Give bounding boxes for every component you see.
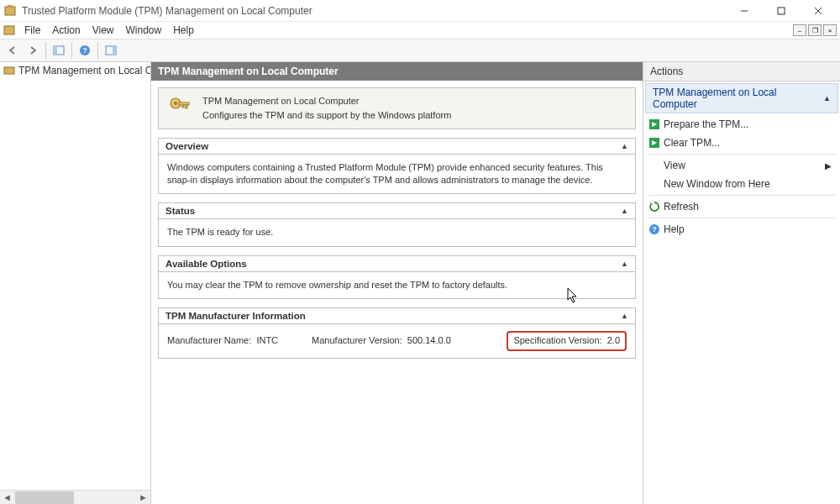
collapse-icon: ▲ — [621, 312, 628, 320]
menu-help[interactable]: Help — [167, 23, 200, 38]
panel-overview-header[interactable]: Overview▲ — [159, 139, 635, 155]
help-icon: ? — [648, 223, 660, 235]
action-prepare-tpm[interactable]: Prepare the TPM... — [643, 115, 840, 134]
submenu-arrow-icon: ▶ — [825, 161, 832, 171]
toolbar-show-hide-action-pane-button[interactable] — [102, 41, 120, 60]
tpm-key-icon — [167, 95, 194, 122]
mdi-minimize-button[interactable]: – — [793, 24, 806, 36]
svg-rect-1 — [8, 5, 13, 8]
collapse-icon: ▲ — [621, 260, 628, 268]
result-pane-header: TPM Management on Local Computer — [151, 62, 643, 81]
tree-node-label: TPM Management on Local Comp — [18, 65, 150, 76]
menu-action[interactable]: Action — [46, 23, 86, 38]
tree-horizontal-scrollbar[interactable]: ◄ ► — [0, 490, 150, 504]
window-maximize-button[interactable] — [763, 0, 800, 22]
svg-rect-8 — [54, 46, 57, 55]
actions-separator — [648, 154, 835, 155]
panel-overview-body: Windows computers containing a Trusted P… — [159, 155, 635, 194]
toolbar-separator — [97, 42, 98, 59]
console-tree-pane: TPM Management on Local Comp ◄ ► — [0, 62, 151, 504]
window-title: Trusted Platform Module (TPM) Management… — [22, 5, 726, 17]
clear-icon — [648, 137, 660, 149]
actions-separator — [648, 218, 835, 218]
app-icon — [3, 4, 17, 18]
menubar: File Action View Window Help – ❐ × — [0, 22, 840, 39]
svg-text:?: ? — [652, 225, 657, 234]
mdi-close-button[interactable]: × — [823, 24, 837, 36]
panel-overview: Overview▲ Windows computers containing a… — [158, 138, 636, 195]
tpm-node-icon — [3, 65, 15, 76]
panel-available-options: Available Options▲ You may clear the TPM… — [158, 255, 636, 299]
refresh-icon — [648, 201, 660, 213]
svg-rect-13 — [4, 67, 14, 74]
svg-point-15 — [174, 102, 177, 105]
action-refresh[interactable]: Refresh — [643, 197, 840, 216]
panel-options-header[interactable]: Available Options▲ — [159, 256, 635, 272]
collapse-icon: ▲ — [621, 207, 628, 215]
toolbar-forward-button[interactable] — [24, 41, 42, 60]
actions-pane: Actions TPM Management on Local Computer… — [643, 62, 840, 504]
menu-window[interactable]: Window — [120, 23, 168, 38]
action-help[interactable]: ? Help — [643, 220, 840, 239]
mdi-icon — [3, 24, 15, 36]
collapse-icon: ▲ — [823, 94, 831, 102]
intro-box: TPM Management on Local Computer Configu… — [158, 87, 636, 129]
svg-text:?: ? — [82, 46, 87, 55]
intro-title: TPM Management on Local Computer — [202, 95, 451, 108]
intro-description: Configures the TPM and its support by th… — [202, 109, 451, 122]
panel-status-body: The TPM is ready for use. — [159, 219, 635, 245]
action-view[interactable]: View ▶ — [643, 156, 840, 175]
toolbar-separator — [45, 42, 46, 59]
action-clear-tpm[interactable]: Clear TPM... — [643, 134, 840, 152]
collapse-icon: ▲ — [621, 142, 628, 150]
actions-header: Actions — [643, 62, 840, 81]
panel-options-body: You may clear the TPM to remove ownershi… — [159, 272, 635, 298]
panel-status-header[interactable]: Status▲ — [159, 203, 635, 219]
panel-manufacturer-header[interactable]: TPM Manufacturer Information▲ — [159, 308, 635, 324]
svg-rect-17 — [186, 105, 187, 108]
toolbar-show-hide-tree-button[interactable] — [50, 41, 68, 60]
svg-rect-6 — [4, 26, 14, 34]
actions-separator — [648, 195, 835, 196]
scrollbar-right-arrow[interactable]: ► — [136, 491, 150, 505]
menu-view[interactable]: View — [87, 23, 120, 38]
svg-rect-18 — [182, 105, 184, 108]
tree-node-tpm-management[interactable]: TPM Management on Local Comp — [0, 62, 150, 79]
toolbar: ? — [0, 39, 840, 62]
toolbar-back-button[interactable] — [3, 41, 22, 60]
toolbar-help-button[interactable]: ? — [76, 41, 94, 60]
window-titlebar: Trusted Platform Module (TPM) Management… — [0, 0, 840, 22]
specification-version-highlight: Specification Version: 2.0 — [507, 331, 627, 350]
result-pane: TPM Management on Local Computer TPM Man… — [151, 62, 643, 504]
menu-file[interactable]: File — [18, 23, 46, 38]
prepare-icon — [648, 118, 660, 130]
actions-group-header[interactable]: TPM Management on Local Computer ▲ — [645, 83, 838, 113]
toolbar-separator — [71, 42, 72, 59]
window-close-button[interactable] — [800, 0, 837, 22]
svg-rect-0 — [5, 7, 15, 15]
scrollbar-thumb[interactable] — [15, 491, 74, 504]
mdi-restore-button[interactable]: ❐ — [808, 24, 822, 36]
svg-rect-3 — [778, 8, 785, 14]
scrollbar-left-arrow[interactable]: ◄ — [0, 491, 14, 505]
svg-rect-12 — [113, 46, 116, 55]
panel-status: Status▲ The TPM is ready for use. — [158, 202, 636, 246]
action-new-window[interactable]: New Window from Here — [643, 175, 840, 193]
panel-manufacturer-info: TPM Manufacturer Information▲ Manufactur… — [158, 307, 636, 358]
manufacturer-name: Manufacturer Name: INTC — [167, 334, 278, 347]
window-minimize-button[interactable] — [726, 0, 763, 22]
manufacturer-version: Manufacturer Version: 500.14.0.0 — [312, 334, 451, 347]
